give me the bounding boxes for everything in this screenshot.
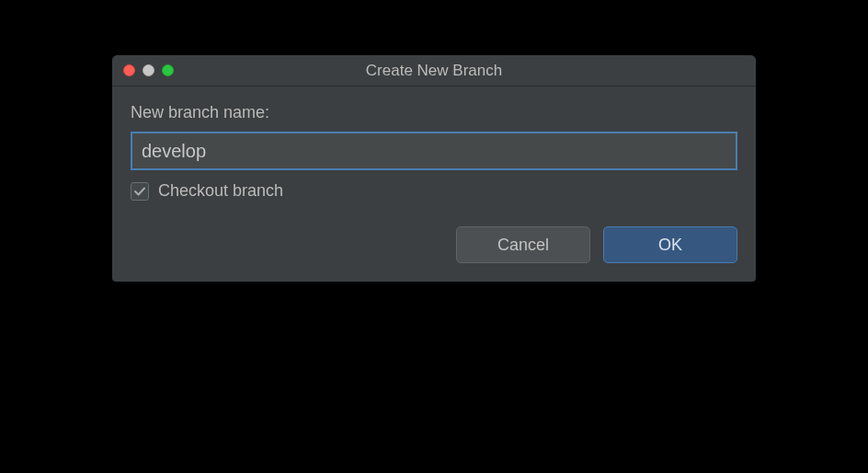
titlebar[interactable]: Create New Branch	[112, 55, 756, 87]
dialog-buttons: Cancel OK	[131, 226, 737, 263]
checkmark-icon	[133, 185, 146, 198]
checkout-branch-label: Checkout branch	[158, 181, 283, 201]
create-branch-dialog: Create New Branch New branch name: Check…	[112, 55, 756, 282]
zoom-icon[interactable]	[162, 64, 174, 76]
ok-button[interactable]: OK	[603, 226, 737, 263]
checkout-branch-row: Checkout branch	[131, 181, 737, 201]
branch-name-label: New branch name:	[131, 103, 737, 122]
checkout-branch-checkbox[interactable]	[131, 182, 149, 201]
cancel-button[interactable]: Cancel	[456, 226, 590, 263]
branch-name-input[interactable]	[131, 132, 737, 170]
dialog-content: New branch name: Checkout branch Cancel …	[112, 87, 756, 282]
close-icon[interactable]	[123, 64, 135, 76]
dialog-title: Create New Branch	[112, 62, 756, 80]
minimize-icon[interactable]	[143, 64, 154, 76]
window-controls	[112, 64, 174, 76]
